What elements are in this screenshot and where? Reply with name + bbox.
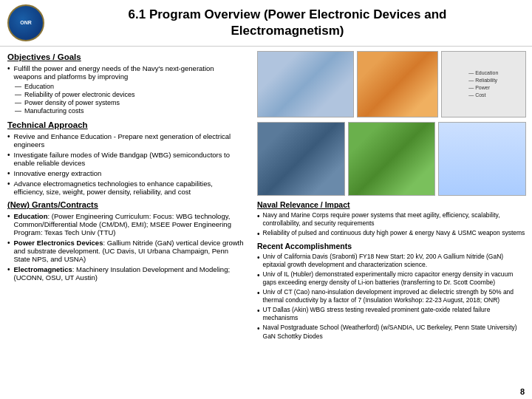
technical-title: Technical Approach bbox=[7, 120, 244, 129]
image-green-component bbox=[348, 122, 436, 196]
logo-text: ONR bbox=[20, 20, 32, 26]
technical-item-0: • Revive and Enhance Education - Prepare… bbox=[7, 132, 244, 149]
naval-item-0: • Navy and Marine Corps require power sy… bbox=[257, 211, 526, 228]
page-number: 8 bbox=[520, 387, 525, 396]
main-content: Objectives / Goals • Fulfill the power a… bbox=[0, 47, 532, 395]
recent-item-2: • Univ of CT (Cao) nano-insulation devel… bbox=[257, 288, 526, 304]
recent-item-3: • UT Dallas (Akin) WBG stress testing re… bbox=[257, 306, 526, 322]
image-chart bbox=[438, 122, 526, 196]
bottom-images bbox=[257, 122, 526, 196]
sub-item-education: — Education bbox=[15, 83, 244, 90]
onr-logo: ONR bbox=[7, 4, 50, 41]
sub-item-reliability: — Reliability of power electronic device… bbox=[15, 91, 244, 98]
technical-item-2: • Innovative energy extraction bbox=[7, 169, 244, 177]
recent-item-4: • Naval Postgraduate School (Weatherford… bbox=[257, 324, 526, 340]
grants-item-0: • Education: (Power Engineering Curricul… bbox=[7, 212, 244, 236]
image-circuit-board bbox=[257, 51, 354, 117]
left-column: Objectives / Goals • Fulfill the power a… bbox=[0, 47, 251, 395]
objectives-sub-list: — Education — Reliability of power elect… bbox=[15, 83, 244, 115]
sub-item-power-density: — Power density of power systems bbox=[15, 99, 244, 106]
objectives-main-bullet: • Fulfill the power and energy needs of … bbox=[7, 64, 244, 81]
naval-relevance-title: Naval Relevance / Impact bbox=[257, 200, 526, 209]
page-header: ONR 6.1 Program Overview (Power Electron… bbox=[0, 0, 532, 47]
page-title: 6.1 Program Overview (Power Electronic D… bbox=[50, 7, 525, 39]
technical-item-3: • Advance electromagnetics technologies … bbox=[7, 180, 244, 196]
grants-title: (New) Grants/Contracts bbox=[7, 200, 244, 209]
grants-item-1: • Power Electronics Devices: Gallium Nit… bbox=[7, 239, 244, 263]
naval-relevance-section: Naval Relevance / Impact • Navy and Mari… bbox=[257, 200, 526, 239]
image-blue-component bbox=[257, 122, 345, 196]
image-text-labels: — Education— Reliability— Power— Cost bbox=[441, 51, 527, 117]
naval-item-1: • Reliability of pulsed and continuous d… bbox=[257, 229, 526, 239]
grants-section: (New) Grants/Contracts • Education: (Pow… bbox=[7, 200, 244, 282]
recent-item-0: • Univ of California Davis (Srabonti) FY… bbox=[257, 253, 526, 269]
technical-item-1: • Investigate failure modes of Wide Band… bbox=[7, 151, 244, 167]
bullet-icon: • bbox=[7, 64, 10, 81]
top-images: — Education— Reliability— Power— Cost bbox=[257, 51, 526, 117]
right-column: — Education— Reliability— Power— Cost Na… bbox=[251, 47, 532, 395]
recent-item-1: • Univ of IL (Hubler) demonstrated exper… bbox=[257, 270, 526, 287]
sub-item-manufacturing: — Manufacturing costs bbox=[15, 107, 244, 115]
image-orange-component bbox=[357, 51, 438, 117]
objectives-title: Objectives / Goals bbox=[7, 52, 244, 61]
grants-item-2: • Electromagnetics: Machinery Insulation… bbox=[7, 265, 244, 282]
recent-title: Recent Accomplishments bbox=[257, 242, 526, 250]
recent-accomplishments-section: Recent Accomplishments • Univ of Califor… bbox=[257, 242, 526, 340]
